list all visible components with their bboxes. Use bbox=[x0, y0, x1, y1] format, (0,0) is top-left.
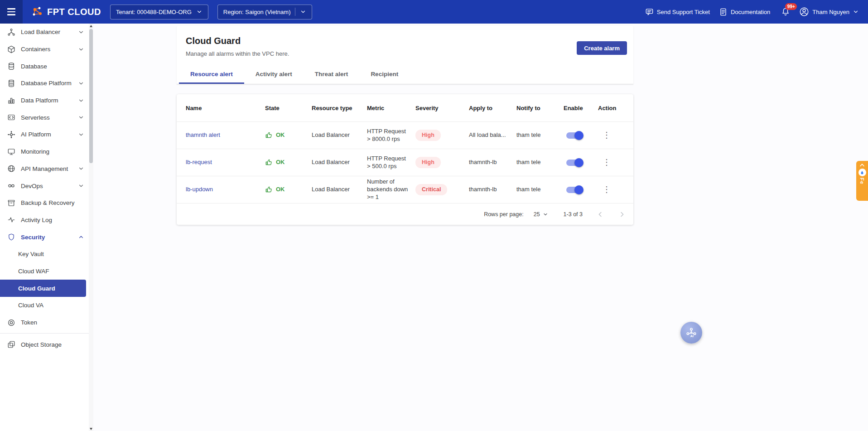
sidebar-item-database[interactable]: Database bbox=[0, 58, 89, 75]
database-icon bbox=[7, 62, 15, 70]
notification-badge: 99+ bbox=[785, 3, 797, 10]
tab-recipient[interactable]: Recipient bbox=[359, 64, 410, 84]
tenant-select-label: Tenant: 000488-DEMO-ORG bbox=[116, 9, 192, 15]
alert-tabs: Resource alert Activity alert Threat ale… bbox=[177, 64, 633, 84]
column-header-action: Action bbox=[598, 105, 633, 111]
chevron-right-icon bbox=[618, 210, 626, 218]
sidebar-item-label: API Management bbox=[21, 165, 78, 172]
sidebar-item-label: Monitoring bbox=[21, 148, 84, 155]
feedback-tab[interactable]: Fe bbox=[856, 161, 868, 201]
sidebar-divider bbox=[0, 333, 89, 334]
sidebar-item-label: Security bbox=[21, 234, 78, 241]
pagination-prev-button[interactable] bbox=[596, 210, 604, 218]
database-platform-icon bbox=[7, 79, 15, 87]
sidebar-item-cloud-waf[interactable]: Cloud WAF bbox=[0, 263, 89, 280]
support-chat-icon bbox=[645, 8, 654, 16]
severity-badge: High bbox=[415, 130, 441, 140]
sidebar-item-ai-platform[interactable]: AI Platform bbox=[0, 126, 89, 143]
page-header-text: Cloud Guard Manage all alarms within the… bbox=[186, 36, 289, 57]
enable-toggle[interactable] bbox=[566, 160, 582, 166]
tenant-select[interactable]: Tenant: 000488-DEMO-ORG bbox=[110, 5, 208, 19]
load-balancer-icon bbox=[7, 28, 15, 36]
alarm-name-link[interactable]: lb-request bbox=[186, 159, 212, 165]
state-ok: OK bbox=[265, 186, 305, 194]
enable-toggle[interactable] bbox=[566, 187, 582, 193]
enable-toggle[interactable] bbox=[566, 132, 582, 139]
rows-per-page-select[interactable]: 25 bbox=[534, 211, 548, 218]
sidebar-item-activity-log[interactable]: Activity Log bbox=[0, 212, 89, 229]
sidebar-item-monitoring[interactable]: Monitoring bbox=[0, 143, 89, 160]
alarm-name-link[interactable]: lb-updown bbox=[186, 186, 213, 193]
table-row: lb-request OK Load Balancer HTTP Request… bbox=[177, 149, 633, 176]
row-actions-button[interactable]: ⋮ bbox=[598, 184, 615, 195]
caret-down-icon bbox=[543, 212, 548, 217]
scrollbar-thumb[interactable] bbox=[89, 29, 93, 163]
resource-type-cell: Load Balancer bbox=[312, 186, 367, 194]
pagination-next-button[interactable] bbox=[618, 210, 626, 218]
sidebar-item-api-management[interactable]: API Management bbox=[0, 160, 89, 178]
state-ok: OK bbox=[265, 159, 305, 167]
sidebar-subitem-label: Key Vault bbox=[18, 251, 44, 257]
region-select[interactable]: Region: Saigon (Vietnam) bbox=[217, 5, 313, 19]
send-support-ticket-button[interactable]: Send Support Ticket bbox=[645, 8, 710, 16]
ai-platform-icon bbox=[7, 131, 15, 139]
menu-button[interactable] bbox=[0, 0, 23, 24]
divider bbox=[295, 8, 295, 16]
sidebar-item-object-storage[interactable]: Object Storage bbox=[0, 336, 89, 353]
security-shield-icon bbox=[7, 233, 15, 241]
sidebar: Load Balancer Containers Database Databa… bbox=[0, 24, 93, 431]
state-label: OK bbox=[276, 159, 285, 166]
chevron-down-icon bbox=[78, 114, 84, 121]
column-header-severity: Severity bbox=[415, 105, 469, 111]
page-title: Cloud Guard bbox=[186, 36, 289, 46]
sidebar-item-label: Token bbox=[21, 319, 84, 326]
api-management-icon bbox=[7, 165, 15, 173]
sidebar-nav: Load Balancer Containers Database Databa… bbox=[0, 24, 89, 431]
sidebar-item-cloud-guard[interactable]: Cloud Guard bbox=[0, 280, 86, 297]
fpt-cloud-logo: FPT CLOUD bbox=[31, 5, 101, 18]
rows-per-page-label: Rows per page: bbox=[484, 211, 524, 218]
sidebar-item-serverless[interactable]: Serverless bbox=[0, 109, 89, 126]
sidebar-item-cloud-va[interactable]: Cloud VA bbox=[0, 297, 89, 314]
resource-type-cell: Load Balancer bbox=[312, 131, 367, 139]
scroll-up-arrow[interactable] bbox=[89, 24, 93, 28]
notifications-button[interactable]: 99+ bbox=[781, 7, 790, 16]
sidebar-item-devops[interactable]: DevOps bbox=[0, 177, 89, 194]
sidebar-item-label: Object Storage bbox=[21, 341, 84, 348]
table-header-row: Name State Resource type Metric Severity… bbox=[177, 94, 633, 121]
sidebar-item-label: Load Balancer bbox=[21, 29, 78, 35]
sidebar-item-token[interactable]: Token bbox=[0, 314, 89, 331]
tab-activity-alert[interactable]: Activity alert bbox=[244, 64, 304, 84]
sidebar-item-label: Backup & Recovery bbox=[21, 199, 84, 206]
severity-badge: Critical bbox=[415, 184, 447, 195]
notify-to-cell: tham tele bbox=[516, 186, 564, 194]
alarm-name-link[interactable]: thamnth alert bbox=[186, 131, 220, 138]
tab-resource-alert[interactable]: Resource alert bbox=[179, 64, 244, 84]
scroll-down-arrow[interactable] bbox=[89, 426, 93, 431]
chevron-down-icon bbox=[78, 46, 84, 53]
sidebar-item-security[interactable]: Security bbox=[0, 228, 89, 246]
sidebar-item-containers[interactable]: Containers bbox=[0, 41, 89, 58]
serverless-icon bbox=[7, 113, 15, 121]
user-menu[interactable]: Tham Nguyen bbox=[799, 7, 859, 17]
tab-threat-alert[interactable]: Threat alert bbox=[304, 64, 360, 84]
chevron-down-icon bbox=[78, 80, 84, 87]
sidebar-item-data-platform[interactable]: Data Platform bbox=[0, 92, 89, 109]
create-alarm-button[interactable]: Create alarm bbox=[577, 41, 627, 55]
sidebar-scrollbar[interactable] bbox=[89, 24, 93, 431]
metric-cell: HTTP Request > 500.0 rps bbox=[367, 155, 415, 170]
row-actions-button[interactable]: ⋮ bbox=[598, 157, 615, 168]
sidebar-item-database-platform[interactable]: Database Platform bbox=[0, 75, 89, 92]
documentation-button[interactable]: Documentation bbox=[719, 8, 770, 16]
user-name: Tham Nguyen bbox=[812, 9, 849, 15]
sidebar-item-key-vault[interactable]: Key Vault bbox=[0, 246, 89, 263]
notify-to-cell: tham tele bbox=[516, 159, 564, 166]
activity-log-icon bbox=[7, 216, 15, 224]
ai-assistant-button[interactable]: AI bbox=[680, 322, 702, 344]
feedback-drop-icon bbox=[858, 169, 866, 176]
sidebar-subitem-label: Cloud VA bbox=[18, 302, 43, 309]
row-actions-button[interactable]: ⋮ bbox=[598, 130, 615, 140]
column-header-name: Name bbox=[186, 105, 265, 111]
sidebar-item-load-balancer[interactable]: Load Balancer bbox=[0, 24, 89, 41]
sidebar-item-backup-recovery[interactable]: Backup & Recovery bbox=[0, 194, 89, 212]
